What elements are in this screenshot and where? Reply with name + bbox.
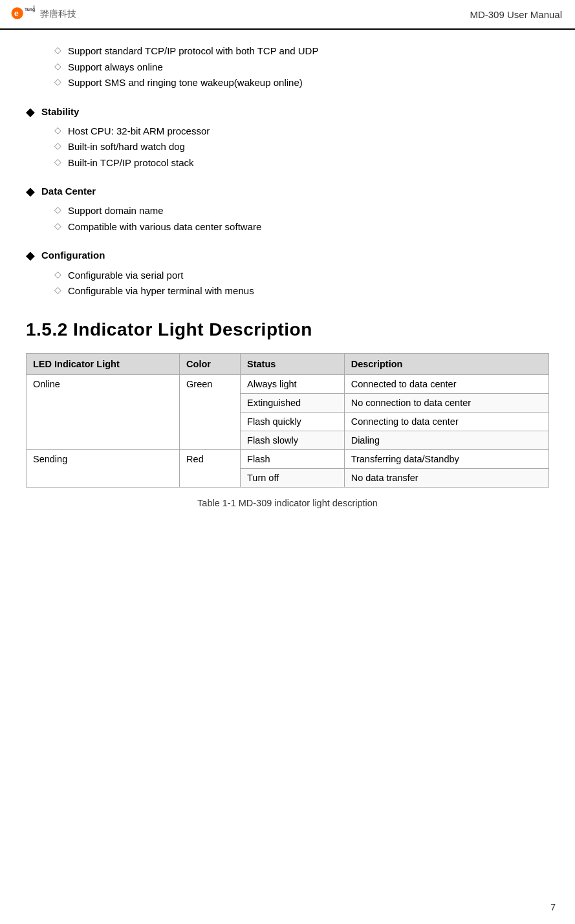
indicator-table: LED Indicator Light Color Status Descrip…: [26, 353, 549, 488]
main-content: Support standard TCP/IP protocol with bo…: [0, 30, 575, 534]
col-header-color: Color: [180, 353, 241, 374]
item-text: Built-in soft/hard watch dog: [68, 140, 185, 155]
stability-block: Stability Host CPU: 32-bit ARM processor…: [26, 105, 549, 171]
data-center-block: Data Center Support domain name Compatib…: [26, 184, 549, 234]
bullet-icon: [54, 285, 61, 295]
list-item: Support SMS and ringing tone wakeup(wake…: [54, 76, 549, 91]
cell-desc-transferring: Transferring data/Standby: [344, 449, 548, 468]
list-item: Support standard TCP/IP protocol with bo…: [54, 44, 549, 59]
table-row: Online Green Always light Connected to d…: [27, 374, 549, 393]
stability-label: Stability: [41, 105, 79, 120]
cell-color-green: Green: [180, 374, 241, 449]
bullet-icon: [54, 76, 61, 87]
etung-logo-icon: e Tung ®: [10, 4, 35, 25]
configuration-label: Configuration: [41, 248, 105, 263]
cell-color-red: Red: [180, 449, 241, 487]
col-header-description: Description: [344, 353, 548, 374]
cell-status-flash-quickly: Flash quickly: [241, 412, 345, 431]
list-item: Built-in TCP/IP protocol stack: [54, 156, 549, 171]
data-center-label: Data Center: [41, 184, 96, 199]
col-header-status: Status: [241, 353, 345, 374]
cell-status-flash: Flash: [241, 449, 345, 468]
section-heading-152: 1.5.2 Indicator Light Description: [26, 319, 549, 340]
item-text: Host CPU: 32-bit ARM processor: [68, 124, 210, 139]
filled-diamond-icon: [26, 104, 35, 120]
filled-diamond-icon: [26, 184, 35, 200]
stability-heading: Stability: [26, 105, 549, 120]
cell-status-always-light: Always light: [241, 374, 345, 393]
table-caption: Table 1-1 MD-309 indicator light descrip…: [26, 498, 549, 508]
item-text: Support standard TCP/IP protocol with bo…: [68, 44, 318, 59]
cell-desc-dialing: Dialing: [344, 431, 548, 449]
stability-sub-list: Host CPU: 32-bit ARM processor Built-in …: [54, 124, 549, 171]
cell-status-flash-slowly: Flash slowly: [241, 431, 345, 449]
cell-desc-connecting: Connecting to data center: [344, 412, 548, 431]
item-text: Configurable via hyper terminal with men…: [68, 284, 254, 299]
configuration-heading: Configuration: [26, 248, 549, 264]
item-text: Built-in TCP/IP protocol stack: [68, 156, 194, 171]
connectivity-sub-list: Support standard TCP/IP protocol with bo…: [54, 44, 549, 91]
bullet-icon: [54, 204, 61, 215]
list-item: Support domain name: [54, 204, 549, 219]
data-center-sub-list: Support domain name Compatible with vari…: [54, 204, 549, 234]
cell-status-turn-off: Turn off: [241, 468, 345, 487]
data-center-heading: Data Center: [26, 184, 549, 200]
bullet-icon: [54, 220, 61, 231]
bullet-icon: [54, 156, 61, 167]
cell-desc-connected: Connected to data center: [344, 374, 548, 393]
company-name: 骅唐科技: [40, 8, 76, 20]
svg-text:e: e: [14, 9, 19, 18]
header-left: e Tung ® 骅唐科技: [10, 4, 76, 25]
bullet-icon: [54, 45, 61, 55]
manual-title: MD-309 User Manual: [470, 9, 562, 20]
cell-desc-no-transfer: No data transfer: [344, 468, 548, 487]
table-row: Sending Red Flash Transferring data/Stan…: [27, 449, 549, 468]
bullet-icon: [54, 61, 61, 71]
list-item: Compatible with various data center soft…: [54, 220, 549, 235]
cell-led-sending: Sending: [27, 449, 180, 487]
item-text: Compatible with various data center soft…: [68, 220, 261, 235]
item-text: Configurable via serial port: [68, 268, 183, 283]
list-item: Host CPU: 32-bit ARM processor: [54, 124, 549, 139]
page-number: 7: [550, 902, 556, 912]
bullet-icon: [54, 269, 61, 279]
filled-diamond-icon: [26, 248, 35, 264]
connectivity-block: Support standard TCP/IP protocol with bo…: [26, 44, 549, 91]
list-item: Built-in soft/hard watch dog: [54, 140, 549, 155]
list-item: Support always online: [54, 60, 549, 75]
list-item: Configurable via serial port: [54, 268, 549, 283]
bullet-icon: [54, 140, 61, 151]
logo-box: e Tung ®: [10, 4, 35, 25]
item-text: Support SMS and ringing tone wakeup(wake…: [68, 76, 303, 91]
svg-text:®: ®: [33, 5, 35, 9]
item-text: Support always online: [68, 60, 163, 75]
item-text: Support domain name: [68, 204, 164, 219]
list-item: Configurable via hyper terminal with men…: [54, 284, 549, 299]
configuration-block: Configuration Configurable via serial po…: [26, 248, 549, 298]
page-header: e Tung ® 骅唐科技 MD-309 User Manual: [0, 0, 575, 30]
cell-status-extinguished: Extinguished: [241, 393, 345, 412]
col-header-led: LED Indicator Light: [27, 353, 180, 374]
cell-led-online: Online: [27, 374, 180, 449]
bullet-icon: [54, 125, 61, 135]
configuration-sub-list: Configurable via serial port Configurabl…: [54, 268, 549, 299]
cell-desc-no-connection: No connection to data center: [344, 393, 548, 412]
